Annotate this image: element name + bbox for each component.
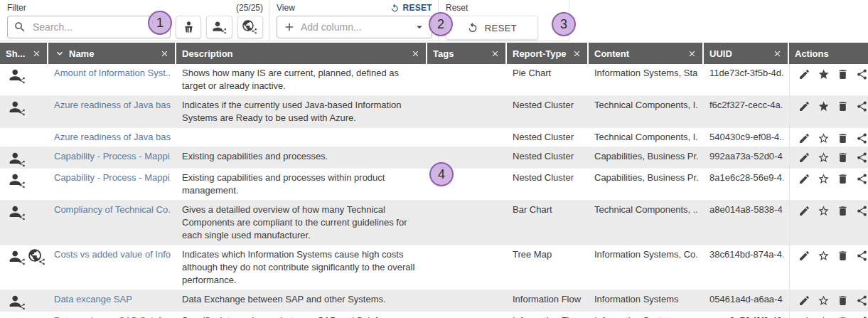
description-text: Existing capabilities and processes with… [182, 172, 385, 196]
column-header-label: Content [594, 48, 629, 59]
share-icon[interactable] [856, 68, 868, 80]
share-icon[interactable] [856, 173, 868, 185]
cell-shared [0, 201, 48, 245]
column-header-description[interactable]: Description [176, 43, 427, 64]
delete-icon[interactable] [837, 132, 849, 144]
cell-actions [789, 96, 868, 127]
cell-actions [789, 312, 868, 318]
star-icon[interactable] [818, 68, 830, 80]
delete-icon[interactable] [837, 100, 849, 112]
report-name-link[interactable]: Costs vs added value of Info... [54, 248, 171, 261]
uuid-text: 05461a4d-a6aa-4... [709, 293, 783, 306]
edit-icon[interactable] [798, 152, 810, 164]
search-input[interactable] [31, 21, 164, 33]
close-icon[interactable] [32, 49, 41, 58]
cell-content: Technical Components, I... [589, 128, 704, 147]
column-header-content[interactable]: Content [589, 43, 704, 64]
report-name-link[interactable]: Azure readiness of Java bas... [54, 131, 171, 144]
cell-description: Existing capabilities and processes. [176, 147, 427, 168]
cell-name: Compliancy of Technical Co... [48, 201, 176, 245]
edit-icon[interactable] [798, 250, 810, 262]
column-header-uuid[interactable]: UUID [704, 43, 789, 64]
view-reset-label: RESET [402, 3, 432, 13]
star-icon[interactable] [818, 100, 830, 112]
report-name-link[interactable]: Compliancy of Technical Co... [54, 203, 171, 216]
edit-icon[interactable] [798, 173, 810, 185]
cell-tags [427, 64, 507, 95]
cell-content: Capabilities, Business Pr... [589, 147, 704, 168]
delete-icon[interactable] [837, 205, 849, 217]
person-share-icon [9, 294, 26, 311]
delete-icon[interactable] [837, 173, 849, 185]
star-icon[interactable] [818, 173, 830, 185]
column-header-name[interactable]: Name [48, 43, 176, 64]
share-icon[interactable] [856, 132, 868, 144]
view-section: View RESET Add column... [269, 0, 439, 41]
share-icon[interactable] [856, 250, 868, 262]
uuid-text: 11de73cf-3f5b-4d... [709, 67, 783, 80]
star-icon[interactable] [818, 132, 830, 144]
delete-icon[interactable] [837, 152, 849, 164]
star-icon[interactable] [818, 152, 830, 164]
person-share-icon [9, 172, 26, 189]
person-share-icon [9, 151, 26, 168]
my-reports-filter-button[interactable] [176, 16, 201, 38]
edit-icon[interactable] [798, 205, 810, 217]
person-share-icon [9, 204, 26, 221]
close-icon[interactable] [687, 49, 697, 58]
delete-icon[interactable] [837, 68, 849, 80]
report-name-link[interactable]: Data exchange SAP Saleforce [54, 314, 171, 318]
public-reports-filter-button[interactable] [237, 16, 263, 38]
shared-reports-filter-button[interactable] [206, 16, 232, 38]
description-text: Shows how many IS are current, planned, … [182, 68, 399, 91]
column-header-sh[interactable]: Sh... [0, 43, 48, 64]
column-header-reporttype[interactable]: Report-Type [507, 43, 589, 64]
edit-icon[interactable] [798, 132, 810, 144]
share-icon[interactable] [856, 100, 868, 112]
cell-description: Existing capabilities and processes with… [176, 169, 427, 200]
star-icon[interactable] [818, 250, 830, 262]
column-header-actions[interactable]: Actions [789, 43, 868, 64]
globe-share-icon [242, 20, 257, 35]
star-icon[interactable] [818, 205, 830, 217]
close-icon[interactable] [773, 49, 782, 58]
edit-icon[interactable] [798, 100, 810, 112]
cell-name: Data exchange SAP Saleforce [48, 312, 176, 318]
reset-controls: RESET [446, 16, 563, 40]
table-row: Costs vs added value of Info... Indicate… [0, 245, 868, 290]
globe-share-icon [28, 249, 45, 266]
column-header-tags[interactable]: Tags [427, 43, 507, 64]
close-icon[interactable] [160, 49, 169, 58]
add-column-select[interactable]: Add column... [277, 16, 432, 38]
delete-icon[interactable] [837, 295, 849, 307]
column-header-label: Actions [795, 48, 829, 59]
share-icon[interactable] [856, 152, 868, 164]
close-icon[interactable] [411, 49, 420, 58]
share-icon[interactable] [856, 295, 868, 307]
delete-icon[interactable] [837, 250, 849, 262]
filter-header: Filter (25/25) [7, 2, 263, 14]
column-header-label: Name [69, 48, 94, 59]
report-name-link[interactable]: Data excange SAP [54, 293, 171, 306]
edit-icon[interactable] [798, 68, 810, 80]
star-icon[interactable] [818, 295, 830, 307]
filter-controls [7, 16, 263, 38]
close-icon[interactable] [572, 49, 582, 58]
description-text: Data Exchange between SAP and other Syst… [182, 294, 386, 304]
report-name-link[interactable]: Azure readiness of Java bas... [54, 99, 171, 112]
report-name-link[interactable]: Capability - Process - Mappi... [54, 150, 171, 163]
close-icon[interactable] [491, 49, 500, 58]
cell-content: Capabilities, Business Pr... [589, 169, 704, 200]
search-box[interactable] [7, 16, 171, 38]
cell-name: Capability - Process - Mappi... [48, 147, 176, 168]
view-reset-button[interactable]: RESET [390, 3, 432, 13]
share-icon[interactable] [856, 205, 868, 217]
table-row: Compliancy of Technical Co... Gives a de… [0, 201, 868, 245]
reset-button[interactable]: RESET [446, 16, 538, 40]
cell-name: Azure readiness of Java bas... [48, 128, 176, 147]
edit-icon[interactable] [798, 295, 810, 307]
cell-content: Technical Components, I... [589, 96, 704, 127]
report-name-link[interactable]: Amount of Information Syst... [54, 67, 171, 80]
report-name-link[interactable]: Capability - Process - Mappi... [54, 171, 171, 184]
cell-description: Shows how many IS are current, planned, … [176, 64, 427, 95]
